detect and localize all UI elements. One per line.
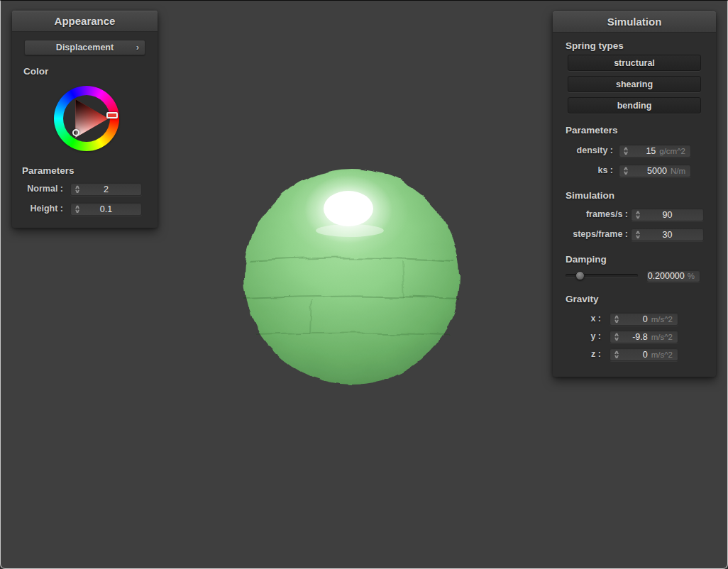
spinner-icon[interactable]: ∧ ∨: [619, 147, 631, 155]
displacement-button-label: Displacement: [56, 43, 114, 53]
gravity-z-label: z :: [553, 348, 601, 361]
damping-slider-knob[interactable]: [575, 271, 585, 280]
height-value: 0.1: [82, 204, 141, 214]
ks-unit: N/m: [671, 167, 690, 175]
spin-down-icon[interactable]: ∨: [635, 235, 641, 239]
sv-triangle[interactable]: [54, 86, 119, 151]
hue-marker[interactable]: [106, 112, 118, 118]
spring-structural-button[interactable]: structural: [568, 55, 701, 71]
spin-down-icon[interactable]: ∨: [75, 209, 81, 214]
normal-input[interactable]: ∧ ∨ 2: [70, 182, 142, 196]
gravity-y-label: y :: [553, 330, 601, 343]
spring-types-label: Spring types: [566, 40, 624, 51]
damping-label: Damping: [566, 254, 607, 265]
gravity-z-input[interactable]: ∧ ∨ 0 m/s^2: [610, 348, 678, 361]
gravity-label: Gravity: [566, 294, 599, 304]
density-unit: g/cm^2: [659, 147, 690, 155]
damping-unit: %: [688, 272, 700, 280]
gravity-y-unit: m/s^2: [651, 333, 678, 341]
spinner-icon[interactable]: ∧ ∨: [610, 333, 622, 341]
frames-value: 90: [643, 210, 703, 220]
spring-bending-label: bending: [617, 101, 652, 111]
normal-label: Normal :: [12, 182, 63, 196]
appearance-panel-title: Appearance: [55, 15, 116, 27]
spin-down-icon[interactable]: ∨: [623, 171, 629, 175]
spinner-icon[interactable]: ∧ ∨: [71, 205, 82, 213]
spring-structural-label: structural: [614, 58, 655, 68]
spinner-icon[interactable]: ∧ ∨: [610, 350, 622, 358]
spring-bending-button[interactable]: bending: [568, 97, 701, 114]
steps-value: 30: [643, 230, 703, 240]
gravity-x-input[interactable]: ∧ ∨ 0 m/s^2: [610, 312, 678, 326]
app-window: Appearance Displacement › Color: [0, 0, 728, 569]
displacement-popup-button[interactable]: Displacement ›: [24, 40, 145, 55]
damping-value: 0.200000: [647, 271, 688, 281]
ks-value: 5000: [631, 166, 671, 176]
spinner-icon[interactable]: ∧ ∨: [632, 211, 643, 219]
gravity-y-input[interactable]: ∧ ∨ -9.8 m/s^2: [610, 330, 678, 343]
spring-shearing-button[interactable]: shearing: [568, 76, 701, 92]
gravity-z-value: 0: [622, 350, 651, 360]
spring-shearing-label: shearing: [616, 79, 653, 89]
cloth-sphere: [235, 160, 469, 394]
simulation-panel: Simulation Spring types structural shear…: [553, 11, 716, 377]
gravity-z-unit: m/s^2: [651, 350, 678, 359]
spin-down-icon[interactable]: ∨: [614, 319, 620, 324]
damping-value-box[interactable]: 0.200000 %: [646, 270, 700, 282]
saturation-value-knob[interactable]: [72, 129, 79, 136]
height-input[interactable]: ∧ ∨ 0.1: [70, 202, 142, 216]
spinner-icon[interactable]: ∧ ∨: [610, 315, 622, 323]
sim-simulation-label: Simulation: [566, 190, 614, 201]
spin-down-icon[interactable]: ∨: [635, 215, 641, 219]
sim-parameters-label: Parameters: [566, 125, 618, 136]
frames-input[interactable]: ∧ ∨ 90: [631, 208, 704, 221]
density-input[interactable]: ∧ ∨ 15 g/cm^2: [619, 144, 691, 158]
viewport-3d[interactable]: [235, 160, 469, 394]
appearance-panel-header[interactable]: Appearance: [12, 11, 158, 32]
density-value: 15: [631, 146, 659, 156]
spin-down-icon[interactable]: ∨: [75, 189, 81, 194]
spinner-icon[interactable]: ∧ ∨: [619, 167, 631, 175]
spinner-icon[interactable]: ∧ ∨: [632, 231, 643, 238]
gravity-x-value: 0: [622, 314, 651, 324]
color-label: Color: [23, 66, 48, 77]
gravity-y-value: -9.8: [622, 332, 651, 342]
normal-value: 2: [82, 184, 141, 194]
spin-down-icon[interactable]: ∨: [623, 151, 629, 155]
spinner-icon[interactable]: ∧ ∨: [71, 185, 82, 193]
simulation-panel-header[interactable]: Simulation: [553, 11, 716, 33]
ks-input[interactable]: ∧ ∨ 5000 N/m: [619, 164, 691, 177]
steps-label: steps/frame :: [553, 228, 628, 241]
damping-slider[interactable]: [566, 271, 638, 280]
spin-down-icon[interactable]: ∨: [614, 337, 620, 341]
popup-chevron-icon: ›: [136, 42, 139, 53]
simulation-panel-title: Simulation: [607, 16, 662, 28]
gravity-x-unit: m/s^2: [651, 315, 678, 324]
ks-label: ks :: [553, 164, 613, 177]
height-label: Height :: [12, 202, 63, 216]
appearance-panel: Appearance Displacement › Color: [12, 11, 158, 228]
gravity-x-label: x :: [553, 312, 601, 326]
appearance-parameters-label: Parameters: [22, 165, 75, 176]
color-wheel[interactable]: [54, 86, 119, 151]
steps-input[interactable]: ∧ ∨ 30: [631, 228, 704, 241]
density-label: density :: [553, 144, 613, 158]
frames-label: frames/s :: [553, 208, 628, 221]
spin-down-icon[interactable]: ∨: [614, 355, 620, 359]
